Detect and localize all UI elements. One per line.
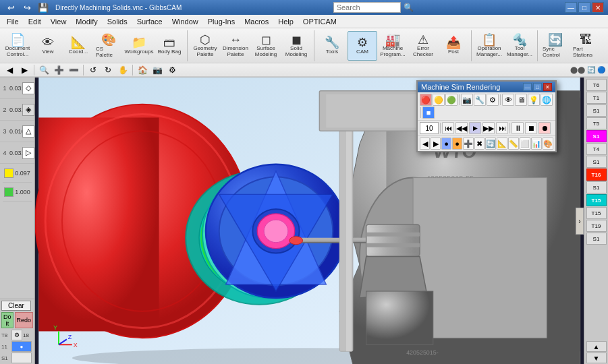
lp-color-yellow[interactable] — [4, 169, 13, 178]
menu-edit[interactable]: Edit — [24, 16, 45, 27]
search-icon[interactable]: 🔍 — [404, 3, 414, 12]
toolbar-tools[interactable]: 🔧 Tools — [317, 31, 347, 61]
menu-plugins[interactable]: Plug-Ins — [204, 16, 239, 27]
right-panel-up[interactable]: ▲ — [586, 341, 607, 352]
right-btn-s1-magenta[interactable]: S1 — [586, 130, 607, 142]
sim-btn-times[interactable]: ✖ — [474, 138, 485, 150]
toolbar-solid-modeling[interactable]: ◼ SolidModeling — [281, 31, 311, 61]
menu-macros[interactable]: Macros — [240, 16, 273, 27]
close-button[interactable]: ✕ — [592, 2, 604, 13]
sim-btn-play[interactable]: ▶ — [469, 122, 481, 134]
toolbar-document-control[interactable]: 📄 DocumentControl... — [3, 31, 32, 61]
viewport[interactable]: WTO 420525015-55 WTO 420525015- — [35, 78, 584, 364]
sim-btn-refresh[interactable]: 🔄 — [485, 138, 496, 150]
sim-step-input[interactable] — [420, 122, 439, 134]
sim-btn-light[interactable]: 💡 — [528, 94, 540, 106]
toolbar-cam[interactable]: ⚙ CAM — [348, 31, 377, 61]
menu-help[interactable]: Help — [274, 16, 298, 27]
toolbar-body-bag[interactable]: 🗃 Body Bag — [155, 31, 184, 61]
toolbar-workgroups[interactable]: 📁 Workgroups — [124, 31, 154, 61]
toolbar-part-stations[interactable]: 🏗 Part Stations — [571, 31, 601, 61]
lp-icon-4[interactable]: ▷ — [22, 147, 34, 159]
do-it-button[interactable]: Do It — [1, 312, 13, 328]
sim-btn-tool[interactable]: 🔧 — [474, 94, 486, 106]
toolbar-view[interactable]: 👁 View — [33, 31, 63, 61]
sim-btn-display1[interactable]: ◀ — [420, 138, 430, 150]
sim-btn-green[interactable]: 🟢 — [445, 94, 458, 106]
toolbar2-zoom-out[interactable]: ➖ — [67, 64, 80, 76]
minimize-button[interactable]: — — [565, 2, 577, 13]
sim-btn-record[interactable]: ⏺ — [538, 122, 551, 134]
sim-btn-plus[interactable]: ➕ — [463, 138, 474, 150]
toolbar-surface-modeling[interactable]: ◻ SurfaceModeling — [251, 31, 281, 61]
right-btn-t15[interactable]: T15 — [586, 207, 607, 219]
toolbar-sync-control[interactable]: 🔄 Sync Control — [541, 31, 570, 61]
toolbar2-zoom-in[interactable]: ➕ — [52, 64, 65, 76]
quick-access-back[interactable]: ↩ — [4, 1, 18, 14]
right-btn-s1-1[interactable]: S1 — [586, 104, 607, 117]
quick-access-forward[interactable]: ↪ — [20, 1, 34, 14]
lp-icon-2[interactable]: ◈ — [22, 104, 34, 116]
lp-s1-box[interactable] — [11, 353, 32, 363]
lp-color-green[interactable] — [4, 187, 13, 197]
sim-btn-red-stop[interactable]: 🔴 — [420, 94, 432, 106]
sim-btn-chart[interactable]: 📊 — [531, 138, 542, 150]
menu-opticam[interactable]: OPTICAM — [299, 16, 341, 27]
toolbar-dimension-palette[interactable]: ↔ DimensionPalette — [221, 31, 250, 61]
right-btn-t4[interactable]: T4 — [586, 143, 607, 155]
menu-file[interactable]: File — [3, 16, 23, 27]
right-btn-t15-cyan[interactable]: T15 — [586, 194, 607, 206]
menu-view[interactable]: View — [47, 16, 71, 27]
toolbar2-nav-right[interactable]: ▶ — [18, 64, 31, 76]
sim-btn-measure[interactable]: 📐 — [497, 138, 507, 150]
quick-access-save[interactable]: 💾 — [36, 1, 50, 14]
toolbar2-pan[interactable]: ✋ — [116, 64, 130, 76]
sim-btn-play-back[interactable]: ◀◀ — [455, 122, 468, 134]
machine-sim-close[interactable]: ✕ — [543, 83, 552, 91]
sim-btn-monitor[interactable]: 🖥 — [515, 94, 527, 106]
toolbar2-nav-left[interactable]: ◀ — [3, 64, 16, 76]
toolbar-error-checker[interactable]: ⚠ ErrorChecker — [408, 31, 438, 61]
lp-icon-3[interactable]: △ — [22, 125, 34, 138]
toolbar-tool-manager[interactable]: 🔩 ToolManager... — [505, 31, 534, 61]
sim-btn-display2[interactable]: ▶ — [431, 138, 441, 150]
clear-button[interactable]: Clear — [1, 301, 31, 311]
toolbar-machine-program[interactable]: 🏭 MachineProgram... — [378, 31, 408, 61]
sim-btn-camera[interactable]: 📷 — [461, 94, 473, 106]
sim-btn-ruler[interactable]: 📏 — [508, 138, 519, 150]
toolbar-coord[interactable]: 📐 Coord... — [63, 31, 93, 61]
menu-solids[interactable]: Solids — [103, 16, 132, 27]
toolbar2-fit-view[interactable]: 🔍 — [37, 64, 51, 76]
machine-sim-minimize[interactable]: — — [523, 83, 532, 91]
right-btn-s1-4[interactable]: S1 — [586, 233, 607, 245]
sim-btn-gear[interactable]: ⚙ — [487, 94, 499, 106]
machine-sim-maximize[interactable]: □ — [533, 83, 542, 91]
sim-btn-blue-sq[interactable]: ■ — [422, 107, 435, 119]
viewport-expand-handle[interactable]: › — [576, 208, 584, 235]
sim-btn-palette[interactable]: 🎨 — [543, 138, 553, 150]
maximize-button[interactable]: □ — [578, 2, 590, 13]
toolbar2-settings[interactable]: ⚙ — [165, 64, 179, 76]
sim-btn-white-sq[interactable]: ⬜ — [520, 138, 530, 150]
sim-btn-pause[interactable]: ⏸ — [512, 122, 524, 134]
sim-btn-yellow[interactable]: 🟡 — [433, 94, 445, 106]
sim-btn-orange-dot[interactable]: ● — [452, 138, 462, 150]
sim-btn-eye[interactable]: 👁 — [502, 94, 514, 106]
lp-icon-1[interactable]: ◇ — [22, 82, 34, 94]
toolbar2-camera[interactable]: 📷 — [150, 64, 164, 76]
lp-11-icon[interactable]: ● — [11, 341, 32, 352]
sim-btn-step-back[interactable]: ⏮ — [442, 122, 454, 134]
toolbar-cs-palette[interactable]: 🎨 CS Palette — [94, 31, 123, 61]
search-input[interactable] — [333, 2, 401, 13]
sim-btn-stop[interactable]: ⏹ — [525, 122, 537, 134]
toolbar2-rotate-right[interactable]: ↻ — [101, 64, 115, 76]
right-btn-t5[interactable]: T5 — [586, 117, 607, 129]
sim-btn-step-fwd[interactable]: ⏭ — [496, 122, 508, 134]
sim-btn-play-fwd[interactable]: ▶▶ — [482, 122, 495, 134]
toolbar-operation-manager[interactable]: 📋 OperationManager... — [474, 31, 504, 61]
right-btn-t1[interactable]: T1 — [586, 92, 607, 104]
right-panel-down[interactable]: ▼ — [586, 353, 607, 363]
toolbar2-rotate-left[interactable]: ↺ — [86, 64, 100, 76]
toolbar-post[interactable]: 📤 Post — [439, 31, 468, 61]
right-btn-t6[interactable]: T6 — [586, 79, 607, 91]
